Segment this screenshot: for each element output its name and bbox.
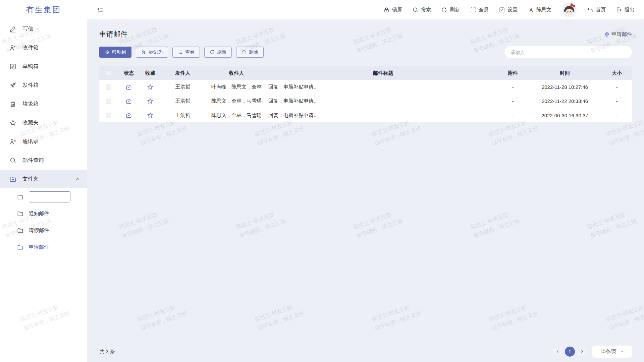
row-checkbox[interactable] xyxy=(106,99,111,104)
settings-button[interactable]: 设置 xyxy=(499,7,518,13)
contacts-icon xyxy=(9,138,16,145)
topbar-actions: 锁屏 搜索 刷新 全屏 xyxy=(383,2,635,17)
row-time: 2022-11-28 10:27:46 xyxy=(528,84,602,90)
column-attachment: 附件 xyxy=(498,70,528,76)
next-page-button[interactable] xyxy=(577,347,587,356)
home-button[interactable]: 首页 xyxy=(587,7,606,13)
pencil-icon xyxy=(9,25,16,33)
sidebar-item-sent[interactable]: 发件箱 xyxy=(0,76,87,95)
user-avatar[interactable] xyxy=(561,2,577,17)
prev-page-button[interactable] xyxy=(553,347,563,356)
row-size: - xyxy=(602,113,632,118)
mark-icon xyxy=(141,50,146,55)
new-folder-input[interactable] xyxy=(29,191,70,202)
star-icon[interactable] xyxy=(147,112,154,119)
table-row[interactable]: 王洪哲 陈思文，全林，马雪瑶 回复：电脑补贴申请.. - 2022-11-22 … xyxy=(99,94,632,108)
sidebar-item-favorites[interactable]: 收藏夹 xyxy=(0,113,87,132)
action-label: 搜索 xyxy=(421,7,431,13)
sidebar-item-inbox[interactable]: 收件箱 xyxy=(0,38,87,57)
search-icon xyxy=(412,7,419,13)
current-user-button[interactable]: 陈思文 xyxy=(528,7,551,13)
view-button[interactable]: 查看 xyxy=(172,47,200,58)
sidebar-item-contacts[interactable]: 通讯录 xyxy=(0,132,87,151)
search-button[interactable]: 搜索 xyxy=(412,7,431,13)
mail-open-icon xyxy=(125,112,132,119)
star-icon[interactable] xyxy=(147,84,154,90)
list-footer: 共 3 条 1 15条/页 xyxy=(99,341,632,362)
table-row[interactable]: 王洪哲 叶海峰，陈思文，全林 回复：电脑补贴申请.. - 2022-11-28 … xyxy=(99,80,632,94)
folder-item-notice[interactable]: 通知邮件 xyxy=(0,205,87,222)
star-icon[interactable] xyxy=(147,98,154,105)
location-pin-icon xyxy=(604,32,610,37)
row-checkbox[interactable] xyxy=(106,84,111,90)
sidebar-item-label: 写信 xyxy=(22,25,33,33)
settings-edit-icon xyxy=(499,7,505,13)
mark-as-button[interactable]: 标记为 xyxy=(136,47,168,58)
action-label: 首页 xyxy=(596,7,606,13)
refresh-icon xyxy=(210,50,215,55)
row-attachment: - xyxy=(498,98,528,104)
refresh-icon xyxy=(441,7,447,13)
row-checkbox[interactable] xyxy=(106,113,111,118)
table-row[interactable]: 王洪哲 陈思文，全林，马雪瑶 回复：电脑补贴申请.. - 2022-06-30 … xyxy=(99,108,632,122)
mail-table: 状态 收藏 发件人 收件人 邮件标题 附件 时间 大小 xyxy=(99,66,632,122)
action-label: 锁屏 xyxy=(392,7,402,13)
sidebar-item-folders[interactable]: 文件夹 xyxy=(0,170,87,188)
mail-open-icon xyxy=(125,98,132,105)
lock-icon xyxy=(383,7,390,13)
breadcrumb-label: 申请邮件 xyxy=(612,31,632,38)
action-label: 全屏 xyxy=(479,7,489,13)
sidebar-item-label: 垃圾箱 xyxy=(22,101,39,108)
sidebar-item-trash[interactable]: 垃圾箱 xyxy=(0,95,87,113)
fullscreen-button[interactable]: 全屏 xyxy=(470,7,489,13)
brand-logo: 有生集团 xyxy=(0,0,87,19)
sidebar: 有生集团 写信 收件箱 草稿箱 发件箱 xyxy=(0,0,87,362)
sidebar-item-label: 邮件查询 xyxy=(22,157,44,164)
star-icon xyxy=(9,119,16,126)
chevron-down-icon xyxy=(620,350,624,354)
delete-button[interactable]: 删除 xyxy=(236,47,264,58)
row-sender: 王洪哲 xyxy=(161,98,205,104)
topbar: 锁屏 搜索 刷新 全屏 xyxy=(87,0,644,19)
row-recipients: 陈思文，全林，马雪瑶 xyxy=(205,112,268,119)
logout-button[interactable]: 退出 xyxy=(616,7,635,13)
fullscreen-icon xyxy=(470,7,476,13)
lock-screen-button[interactable]: 锁屏 xyxy=(383,7,402,13)
refresh-list-button[interactable]: 刷新 xyxy=(204,47,232,58)
person-icon xyxy=(528,7,534,13)
row-attachment: - xyxy=(498,84,528,90)
move-to-button[interactable]: 移动到 xyxy=(99,47,131,58)
pagination: 1 xyxy=(553,347,587,357)
row-subject: 回复：电脑补贴申请.. xyxy=(268,112,498,119)
folder-item-leave[interactable]: 请假邮件 xyxy=(0,222,87,239)
refresh-button[interactable]: 刷新 xyxy=(441,7,460,13)
search-input[interactable] xyxy=(504,46,632,58)
select-all-checkbox[interactable] xyxy=(106,70,111,76)
page-size-select[interactable]: 15条/页 xyxy=(592,346,632,358)
chevron-up-icon[interactable] xyxy=(75,176,80,182)
inbox-person-icon xyxy=(9,44,16,51)
sidebar-item-drafts[interactable]: 草稿箱 xyxy=(0,57,87,76)
folder-icon xyxy=(17,244,23,250)
sidebar-item-label: 发件箱 xyxy=(22,82,39,89)
send-icon xyxy=(9,82,16,89)
row-size: - xyxy=(602,84,632,90)
column-subject: 邮件标题 xyxy=(268,70,498,76)
page-number[interactable]: 1 xyxy=(565,347,575,357)
draft-icon xyxy=(9,63,16,70)
sidebar-item-mail-search[interactable]: 邮件查询 xyxy=(0,151,87,170)
app-root: 有生集团 写信 收件箱 草稿箱 发件箱 xyxy=(0,0,644,362)
menu-fold-icon[interactable] xyxy=(97,6,104,13)
total-count: 共 3 条 xyxy=(99,349,115,355)
column-sender: 发件人 xyxy=(161,70,205,76)
column-size: 大小 xyxy=(602,70,632,76)
row-size: - xyxy=(602,98,632,104)
button-label: 查看 xyxy=(185,49,195,55)
folder-item-apply[interactable]: 申请邮件 xyxy=(0,239,87,255)
row-recipients: 叶海峰，陈思文，全林 xyxy=(205,84,268,90)
row-subject: 回复：电脑补贴申请.. xyxy=(268,98,498,104)
sidebar-item-compose[interactable]: 写信 xyxy=(0,19,87,38)
button-label: 移动到 xyxy=(112,49,126,55)
row-time: 2022-11-22 20:33:46 xyxy=(528,98,602,104)
sidebar-item-label: 收藏夹 xyxy=(22,119,39,126)
